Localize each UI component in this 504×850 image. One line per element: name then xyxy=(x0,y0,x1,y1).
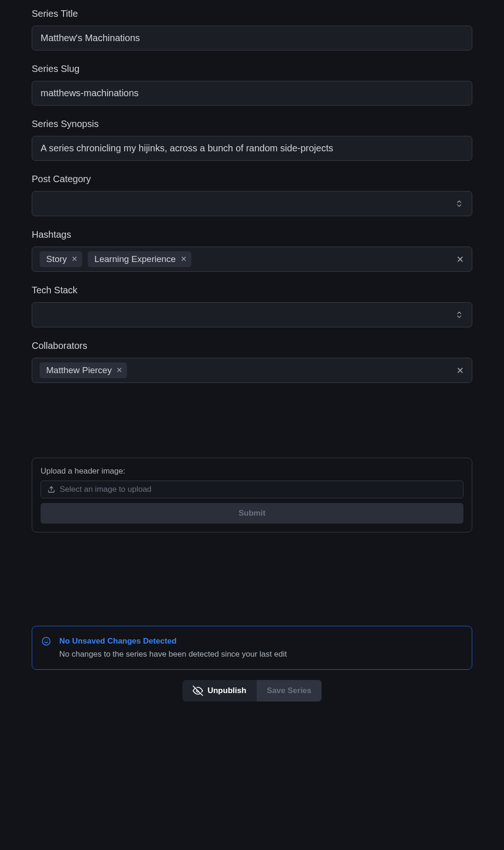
chevron-updown-icon xyxy=(455,199,463,208)
unpublish-label: Unpublish xyxy=(208,686,246,695)
upload-label: Upload a header image: xyxy=(41,467,463,476)
smiley-icon xyxy=(42,637,51,646)
save-label: Save Series xyxy=(267,686,311,695)
collaborators-label: Collaborators xyxy=(32,340,472,351)
remove-tag-icon[interactable]: ✕ xyxy=(116,367,122,374)
post-category-label: Post Category xyxy=(32,174,472,184)
tag: Story ✕ xyxy=(40,251,82,267)
alert-body: No changes to the series have been detec… xyxy=(59,650,287,659)
upload-placeholder: Select an image to upload xyxy=(60,485,152,494)
upload-icon xyxy=(48,486,55,493)
hashtags-label: Hashtags xyxy=(32,229,472,240)
tag-label: Learning Experience xyxy=(94,254,175,264)
clear-all-icon[interactable] xyxy=(456,255,464,263)
action-bar: Unpublish Save Series xyxy=(32,680,472,701)
upload-submit-button[interactable]: Submit xyxy=(41,503,463,524)
tag: Learning Experience ✕ xyxy=(88,251,191,267)
chevron-updown-icon xyxy=(455,311,463,319)
alert-title: No Unsaved Changes Detected xyxy=(59,637,287,646)
unpublish-button[interactable]: Unpublish xyxy=(182,680,257,701)
remove-tag-icon[interactable]: ✕ xyxy=(71,255,77,263)
upload-file-input[interactable]: Select an image to upload xyxy=(41,481,463,498)
tag: Matthew Piercey ✕ xyxy=(40,362,127,378)
series-slug-input[interactable] xyxy=(32,81,472,106)
save-series-button[interactable]: Save Series xyxy=(257,680,322,701)
series-title-label: Series Title xyxy=(32,8,472,19)
tag-label: Story xyxy=(46,254,67,264)
remove-tag-icon[interactable]: ✕ xyxy=(181,255,187,263)
eye-off-icon xyxy=(193,686,203,696)
series-synopsis-input[interactable] xyxy=(32,136,472,161)
tech-stack-label: Tech Stack xyxy=(32,285,472,296)
post-category-select[interactable] xyxy=(32,191,472,216)
clear-all-icon[interactable] xyxy=(456,366,464,375)
series-slug-label: Series Slug xyxy=(32,64,472,74)
series-synopsis-label: Series Synopsis xyxy=(32,119,472,129)
collaborators-input[interactable]: Matthew Piercey ✕ xyxy=(32,358,472,383)
series-title-input[interactable] xyxy=(32,26,472,50)
hashtags-input[interactable]: Story ✕ Learning Experience ✕ xyxy=(32,247,472,272)
svg-point-1 xyxy=(42,638,50,645)
changes-alert: No Unsaved Changes Detected No changes t… xyxy=(32,626,472,670)
tag-label: Matthew Piercey xyxy=(46,365,112,375)
tech-stack-select[interactable] xyxy=(32,302,472,327)
upload-panel: Upload a header image: Select an image t… xyxy=(32,458,472,532)
